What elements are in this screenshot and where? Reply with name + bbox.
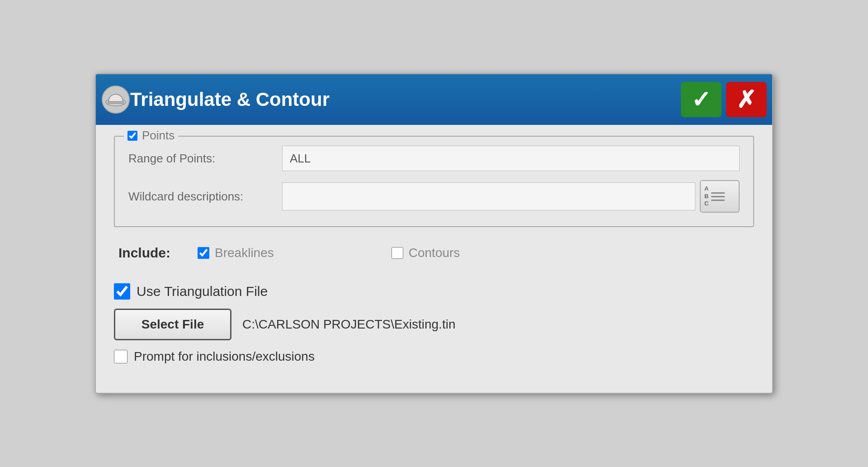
dialog-window: Triangulate & Contour ✓ ✗ Points Range o… <box>95 73 773 394</box>
points-group-box: Points Range of Points: Wildcard descrip… <box>114 136 754 227</box>
range-of-points-row: Range of Points: <box>128 146 740 171</box>
prompt-checkbox[interactable] <box>114 350 127 363</box>
title-bar: Triangulate & Contour ✓ ✗ <box>96 74 772 125</box>
abc-list-button[interactable]: A B C <box>700 180 740 213</box>
breaklines-checkbox[interactable] <box>198 247 209 259</box>
use-tri-file-checkbox[interactable] <box>114 283 130 300</box>
ok-button[interactable]: ✓ <box>681 82 722 117</box>
contours-group: Contours <box>392 246 460 260</box>
breaklines-label: Breaklines <box>215 246 274 260</box>
breaklines-group: Breaklines <box>198 246 274 260</box>
contours-checkbox[interactable] <box>392 247 403 259</box>
dialog-content: Points Range of Points: Wildcard descrip… <box>96 125 772 393</box>
cancel-icon: ✗ <box>736 86 756 113</box>
select-file-row: Select File C:\CARLSON PROJECTS\Existing… <box>114 309 754 340</box>
ok-icon: ✓ <box>691 86 711 113</box>
triangulation-section: Use Triangulation File Select File C:\CA… <box>114 283 754 364</box>
select-file-button[interactable]: Select File <box>114 309 231 340</box>
cancel-button[interactable]: ✗ <box>726 82 767 117</box>
wildcard-input-group: A B C <box>282 180 740 213</box>
points-checkbox[interactable] <box>127 131 137 141</box>
include-section: Include: Breaklines Contours <box>114 241 754 265</box>
hardhat-icon <box>101 85 130 114</box>
prompt-row: Prompt for inclusions/exclusions <box>114 349 754 364</box>
include-label: Include: <box>118 245 170 261</box>
use-tri-file-row: Use Triangulation File <box>114 283 754 300</box>
abc-text: A B C <box>704 185 708 208</box>
wildcard-label: Wildcard descriptions: <box>128 190 282 204</box>
abc-lines-icon <box>711 192 725 201</box>
contours-label: Contours <box>409 246 460 260</box>
points-legend: Points <box>124 129 178 143</box>
wildcard-input[interactable] <box>282 182 695 210</box>
range-input[interactable] <box>282 146 740 171</box>
file-path-text: C:\CARLSON PROJECTS\Existing.tin <box>242 317 455 332</box>
use-tri-file-label: Use Triangulation File <box>137 284 268 299</box>
wildcard-row: Wildcard descriptions: A B C <box>128 180 740 213</box>
prompt-label: Prompt for inclusions/exclusions <box>134 349 315 364</box>
dialog-title: Triangulate & Contour <box>130 89 676 110</box>
select-file-label: Select File <box>142 317 204 332</box>
range-label: Range of Points: <box>128 152 282 166</box>
points-legend-label: Points <box>142 129 175 143</box>
svg-rect-2 <box>108 101 124 104</box>
